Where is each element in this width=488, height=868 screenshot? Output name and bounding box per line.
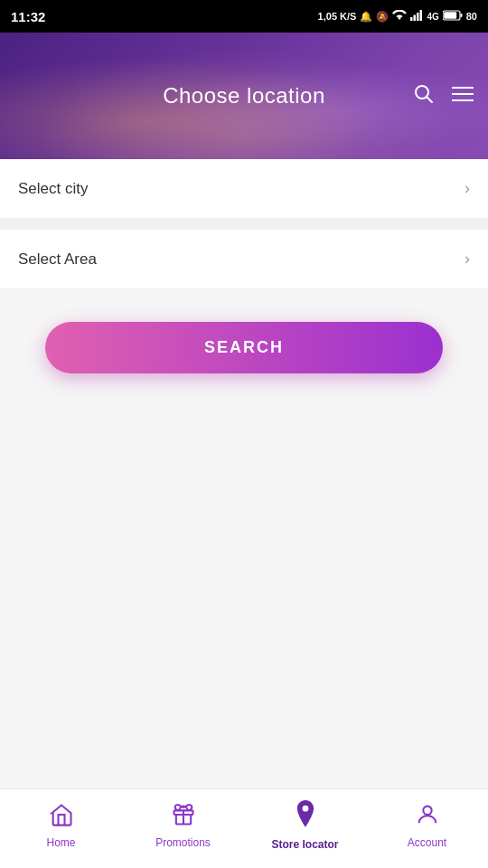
status-time: 11:32 [11,9,45,24]
search-icon[interactable] [412,82,434,109]
svg-rect-0 [410,17,413,21]
svg-rect-3 [420,10,423,21]
alarm-icon: 🔔 [360,11,372,23]
home-icon [49,802,74,831]
bottom-navigation: Home Promotions Store locator [0,788,488,868]
nav-item-home[interactable]: Home [0,802,122,849]
svg-rect-1 [414,15,417,22]
search-button-container: SEARCH [0,289,488,406]
promotions-label: Promotions [155,836,211,849]
account-icon [415,802,440,831]
svg-point-14 [423,806,431,814]
header-title: Choose location [163,83,325,108]
mute-icon: 🔕 [376,11,389,23]
menu-icon[interactable] [452,84,474,108]
select-area-row[interactable]: Select Area › [0,230,488,289]
battery-icon [443,10,463,23]
gift-icon [171,802,196,831]
wifi-icon [392,10,407,23]
store-locator-label: Store locator [271,838,338,851]
battery-percent: 80 [466,11,477,22]
search-button[interactable]: SEARCH [45,322,443,373]
chevron-right-icon: › [465,179,470,198]
nav-item-account[interactable]: Account [366,802,488,849]
header: Choose location [0,33,488,159]
select-area-label: Select Area [18,250,97,269]
lte-icon: 4G [427,12,438,22]
select-city-row[interactable]: Select city › [0,159,488,219]
select-city-label: Select city [18,180,88,198]
signal-icon [410,10,423,23]
header-actions [412,82,474,109]
svg-rect-6 [444,12,456,19]
data-speed: 1,05 K/S [318,11,357,22]
chevron-right-icon-2: › [465,250,470,269]
home-label: Home [46,836,75,849]
location-icon [293,800,318,833]
svg-line-8 [427,98,433,103]
empty-content-area [0,406,488,695]
status-bar: 11:32 1,05 K/S 🔔 🔕 4G 80 [0,0,488,33]
nav-item-promotions[interactable]: Promotions [122,802,244,849]
status-right: 1,05 K/S 🔔 🔕 4G 80 [318,10,477,23]
svg-rect-2 [417,13,419,21]
account-label: Account [408,836,446,849]
svg-rect-5 [460,14,462,17]
section-divider [0,219,488,230]
nav-item-store-locator[interactable]: Store locator [244,800,366,851]
